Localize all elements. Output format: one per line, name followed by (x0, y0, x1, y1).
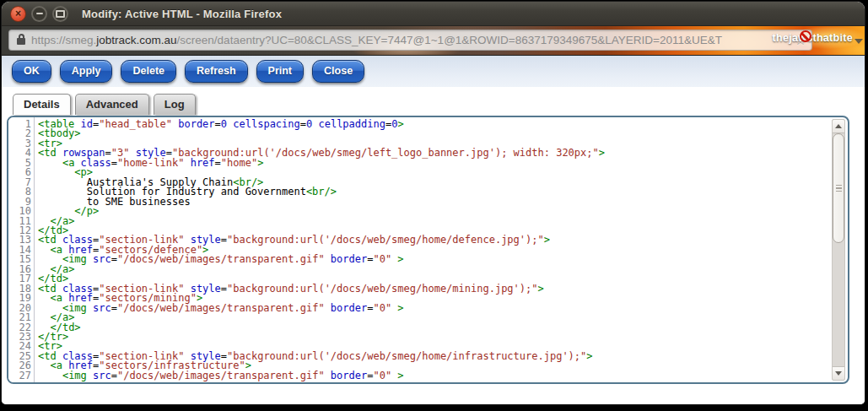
prohibition-icon (800, 30, 811, 42)
firefox-window: × Modify: Active HTML - Mozilla Firefox … (2, 2, 865, 404)
editor-scrollbar[interactable] (832, 119, 845, 381)
refresh-button[interactable]: Refresh (185, 60, 248, 83)
scrollbar-thumb[interactable] (833, 133, 844, 243)
ok-button[interactable]: OK (12, 60, 51, 83)
code-line: <img src="/docs/web/images/transparent.g… (38, 304, 848, 313)
minimize-window-icon[interactable] (31, 6, 47, 22)
content-panel: DetailsAdvancedLog 123456789101112131415… (2, 87, 865, 404)
url-scheme: https://smeg. (31, 34, 96, 46)
code-line: to SME businesses (38, 197, 848, 207)
code-line: </p> (38, 207, 848, 216)
url-bar[interactable]: https://smeg.jobtrack.com.au/screen/data… (8, 30, 812, 51)
tab-advanced[interactable]: Advanced (75, 94, 149, 115)
code-line: <tbody> (38, 129, 848, 138)
window-title: Modify: Active HTML - Mozilla Firefox (82, 8, 282, 20)
line-number: 27 (8, 371, 31, 381)
scrollbar-grip-icon (836, 185, 842, 192)
lock-icon (17, 38, 25, 45)
action-toolbar: OKApplyDeleteRefreshPrintClose (2, 56, 865, 87)
code-line: </tr> (38, 333, 848, 342)
title-bar[interactable]: × Modify: Active HTML - Mozilla Firefox (2, 2, 865, 26)
watermark-text: thejawsthatbite (773, 32, 854, 44)
maximize-window-icon[interactable] (52, 6, 68, 22)
page-watermark: thejawsthatbite (773, 32, 854, 44)
code-content[interactable]: <table id="head_table" border=0 cellspac… (35, 117, 848, 382)
location-strip: https://smeg.jobtrack.com.au/screen/data… (2, 26, 865, 56)
url-text[interactable]: https://smeg.jobtrack.com.au/screen/data… (31, 34, 791, 46)
scroll-down-arrow-icon[interactable] (833, 366, 844, 380)
tab-bar: DetailsAdvancedLog (13, 93, 865, 115)
code-line: </a> (38, 265, 848, 274)
delete-button[interactable]: Delete (121, 60, 176, 83)
code-line: <table id="head_table" border=0 cellspac… (38, 120, 848, 129)
window-controls: × (10, 6, 68, 22)
code-line: </td> (38, 323, 848, 333)
tab-log[interactable]: Log (154, 94, 196, 115)
close-button[interactable]: Close (312, 60, 364, 83)
tab-details[interactable]: Details (13, 94, 71, 115)
code-line: <a class="home-link" href="home"> (38, 159, 848, 168)
code-line: <img src="/docs/web/images/transparent.g… (38, 255, 848, 264)
print-button[interactable]: Print (256, 60, 304, 83)
code-line: <img src="/docs/web/images/transparent.g… (38, 371, 848, 381)
code-editor[interactable]: 1234567891011121314151617181920212223242… (7, 116, 849, 384)
apply-button[interactable]: Apply (60, 60, 113, 83)
code-line: </a> (38, 313, 848, 322)
line-number-gutter: 1234567891011121314151617181920212223242… (8, 117, 35, 382)
chevron-down-icon[interactable] (855, 39, 863, 44)
url-path: /screen/dataentry?UC=80&CLASS_KEY=7447@1… (177, 34, 722, 46)
code-line: </a> (38, 217, 848, 226)
close-window-icon[interactable]: × (10, 6, 26, 22)
scrollbar-track[interactable] (833, 133, 844, 366)
scroll-up-arrow-icon[interactable] (833, 120, 844, 133)
url-domain: jobtrack.com.au (96, 34, 176, 46)
